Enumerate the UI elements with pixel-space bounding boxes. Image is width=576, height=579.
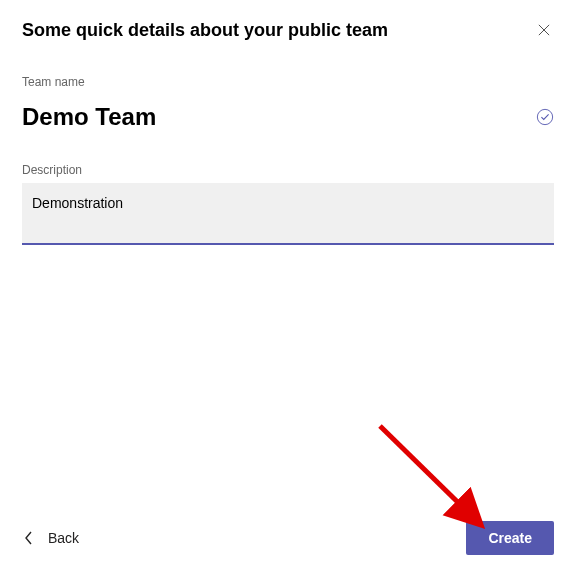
back-button-label: Back	[48, 530, 79, 546]
dialog-title: Some quick details about your public tea…	[22, 20, 388, 41]
spacer	[22, 245, 554, 509]
checkmark-circle-icon	[536, 108, 554, 126]
team-name-input[interactable]	[22, 103, 501, 131]
close-button[interactable]	[534, 20, 554, 40]
create-team-dialog: Some quick details about your public tea…	[0, 0, 576, 579]
description-label: Description	[22, 163, 554, 177]
team-name-label: Team name	[22, 75, 554, 89]
create-button[interactable]: Create	[466, 521, 554, 555]
dialog-header: Some quick details about your public tea…	[22, 20, 554, 41]
dialog-footer: Back Create	[22, 509, 554, 559]
chevron-left-icon	[24, 530, 34, 546]
back-button[interactable]: Back	[22, 524, 81, 552]
description-input[interactable]	[22, 183, 554, 245]
close-icon	[538, 23, 550, 37]
team-name-row	[22, 103, 554, 131]
svg-point-2	[537, 109, 552, 124]
